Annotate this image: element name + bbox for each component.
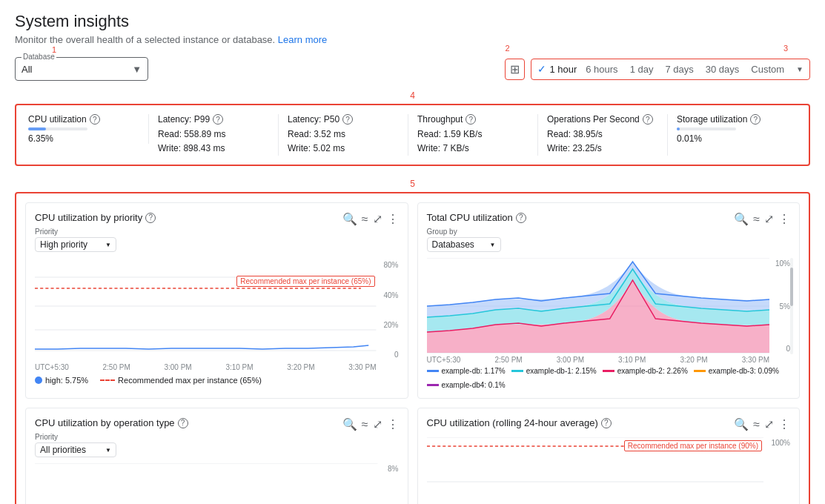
- chart-scrollbar[interactable]: [790, 258, 793, 354]
- page-description: Monitor the overall health of a selected…: [15, 34, 810, 45]
- grid-icon: ⊞: [510, 62, 520, 76]
- compare-icon[interactable]: ≈: [362, 213, 368, 226]
- op-priority-value: All priorities: [40, 445, 86, 455]
- chart-cpu-operation: CPU utilization by operation type ? Prio…: [25, 408, 408, 504]
- priority-chevron-icon: ▼: [105, 242, 111, 248]
- metric-latency-p50: Latency: P50 ? Read: 3.52 ms Write: 5.02…: [279, 114, 408, 156]
- metric-latency-p99: Latency: P99 ? Read: 558.89 ms Write: 89…: [149, 114, 279, 156]
- cpu-bar-container: [28, 127, 87, 130]
- grid-view-button[interactable]: ⊞: [505, 59, 525, 80]
- scrollbar-thumb[interactable]: [790, 268, 793, 306]
- rolling-fullscreen-icon[interactable]: ⤢: [764, 417, 774, 431]
- storage-bar-fill: [677, 127, 680, 130]
- chart-cpu-op-title: CPU utilization by operation type: [35, 417, 175, 428]
- op-priority-chevron-icon: ▼: [105, 447, 111, 454]
- time-option-1d[interactable]: 1 day: [627, 62, 657, 76]
- time-option-7d[interactable]: 7 days: [662, 62, 696, 76]
- cpu-priority-y-labels: 80% 40% 20% 0: [377, 258, 399, 362]
- fullscreen-icon[interactable]: ⤢: [373, 212, 382, 226]
- metric-p99-write: Write: 898.43 ms: [158, 142, 269, 156]
- rolling-compare-icon[interactable]: ≈: [753, 418, 760, 431]
- time-active-label: 1 hour: [549, 64, 577, 75]
- active-time-option[interactable]: ✓ 1 hour: [537, 63, 577, 75]
- chart-cpu-priority: CPU utilization by priority ? Priority H…: [25, 202, 408, 399]
- total-cpu-x-labels: UTC+5:30 2:50 PM 3:00 PM 3:10 PM 3:20 PM…: [427, 356, 791, 364]
- cpu-op-more-icon[interactable]: ⋮: [387, 417, 399, 431]
- page-title: System insights: [15, 12, 810, 31]
- op-priority-label: Priority: [35, 433, 188, 441]
- cpu-op-compare-icon[interactable]: ≈: [362, 418, 368, 431]
- legend-line-db2: [603, 370, 614, 372]
- priority-value: High priority: [40, 239, 87, 250]
- metric-p50-title: Latency: P50: [288, 114, 339, 125]
- metric-ops-write: Write: 23.25/s: [547, 142, 658, 156]
- p99-help-icon[interactable]: ?: [213, 114, 223, 125]
- rolling-more-icon[interactable]: ⋮: [778, 417, 790, 431]
- chart-total-cpu: Total CPU utilization ? Group by Databas…: [417, 202, 801, 399]
- ops-help-icon[interactable]: ?: [643, 114, 653, 125]
- database-value: All: [21, 64, 32, 75]
- metrics-bar: CPU utilization ? 6.35% Latency: P99 ? R…: [15, 104, 810, 166]
- charts-section: CPU utilization by priority ? Priority H…: [15, 192, 810, 504]
- rolling-help-icon[interactable]: ?: [601, 418, 612, 428]
- cpu-op-fullscreen-icon[interactable]: ⤢: [373, 417, 382, 431]
- cpu-help-icon[interactable]: ?: [90, 114, 100, 125]
- total-cpu-legend: example-db: 1.17% example-db-1: 2.15% ex…: [427, 367, 791, 389]
- metric-throughput-write: Write: 7 KB/s: [417, 142, 529, 156]
- metric-throughput-title: Throughput: [417, 114, 463, 125]
- total-cpu-help-icon[interactable]: ?: [516, 213, 526, 223]
- throughput-help-icon[interactable]: ?: [465, 114, 476, 125]
- storage-help-icon[interactable]: ?: [750, 114, 761, 125]
- total-cpu-fullscreen-icon[interactable]: ⤢: [764, 212, 774, 226]
- group-by-value: Databases: [432, 239, 474, 250]
- metric-throughput-read: Read: 1.59 KB/s: [417, 127, 529, 142]
- time-option-30d[interactable]: 30 days: [703, 62, 743, 76]
- priority-dropdown[interactable]: High priority ▼: [35, 237, 116, 252]
- rolling-y-labels: 100% 50%: [763, 437, 790, 504]
- metric-storage-value: 0.01%: [677, 133, 788, 144]
- rolling-zoom-icon[interactable]: 🔍: [734, 417, 749, 431]
- legend-db2-label: example-db-2: 2.26%: [617, 367, 688, 375]
- metric-storage: Storage utilization ? 0.01%: [668, 114, 797, 144]
- chart-total-cpu-title: Total CPU utilization: [427, 212, 513, 223]
- learn-more-link[interactable]: Learn more: [278, 34, 327, 45]
- chart-cpu-priority-title: CPU utilization by priority: [35, 212, 142, 223]
- rolling-recommended-label: Recommended max per instance (90%): [624, 440, 762, 451]
- metric-storage-title: Storage utilization: [677, 114, 747, 125]
- database-selector[interactable]: Database All ▼: [15, 57, 148, 81]
- label-3: 3: [783, 44, 788, 53]
- op-priority-dropdown[interactable]: All priorities ▼: [35, 442, 116, 457]
- legend-db-label: example-db: 1.17%: [442, 367, 506, 375]
- cpu-bar-fill: [28, 127, 46, 130]
- cpu-op-help-icon[interactable]: ?: [178, 418, 188, 428]
- cpu-priority-x-labels: UTC+5:30 2:50 PM 3:00 PM 3:10 PM 3:20 PM…: [35, 363, 399, 371]
- metric-p99-read: Read: 558.89 ms: [158, 127, 269, 142]
- metric-cpu: CPU utilization ? 6.35%: [28, 114, 149, 144]
- legend-db4-label: example-db4: 0.1%: [442, 381, 506, 389]
- time-option-custom[interactable]: Custom: [748, 62, 787, 76]
- metric-cpu-title: CPU utilization: [28, 114, 87, 125]
- metric-ops-read: Read: 38.95/s: [547, 127, 658, 142]
- storage-bar-container: [677, 127, 736, 130]
- label-2: 2: [505, 44, 509, 53]
- metric-p50-write: Write: 5.02 ms: [288, 142, 399, 156]
- total-cpu-more-icon[interactable]: ⋮: [778, 212, 790, 226]
- cpu-op-zoom-icon[interactable]: 🔍: [342, 417, 357, 431]
- total-cpu-y-labels: 10% 5% 0: [769, 258, 790, 354]
- total-cpu-compare-icon[interactable]: ≈: [753, 213, 760, 226]
- zoom-icon[interactable]: 🔍: [342, 212, 357, 226]
- legend-line-db3: [694, 370, 706, 372]
- time-range-selector[interactable]: ✓ 1 hour 6 hours 1 day 7 days 30 days Cu…: [531, 59, 810, 80]
- more-icon[interactable]: ⋮: [387, 212, 399, 226]
- group-by-chevron-icon: ▼: [490, 242, 496, 248]
- p50-help-icon[interactable]: ?: [342, 114, 353, 125]
- group-by-dropdown[interactable]: Databases ▼: [427, 237, 501, 252]
- legend-db3-label: example-db-3: 0.09%: [709, 367, 779, 375]
- total-cpu-zoom-icon[interactable]: 🔍: [734, 212, 749, 226]
- time-option-6h[interactable]: 6 hours: [583, 62, 620, 76]
- label-4: 4: [410, 90, 415, 101]
- cpu-priority-help-icon[interactable]: ?: [145, 213, 156, 223]
- chart-rolling-title: CPU utilization (rolling 24-hour average…: [427, 417, 598, 428]
- chevron-down-icon: ▼: [132, 64, 142, 75]
- time-dropdown-arrow: ▼: [796, 65, 804, 73]
